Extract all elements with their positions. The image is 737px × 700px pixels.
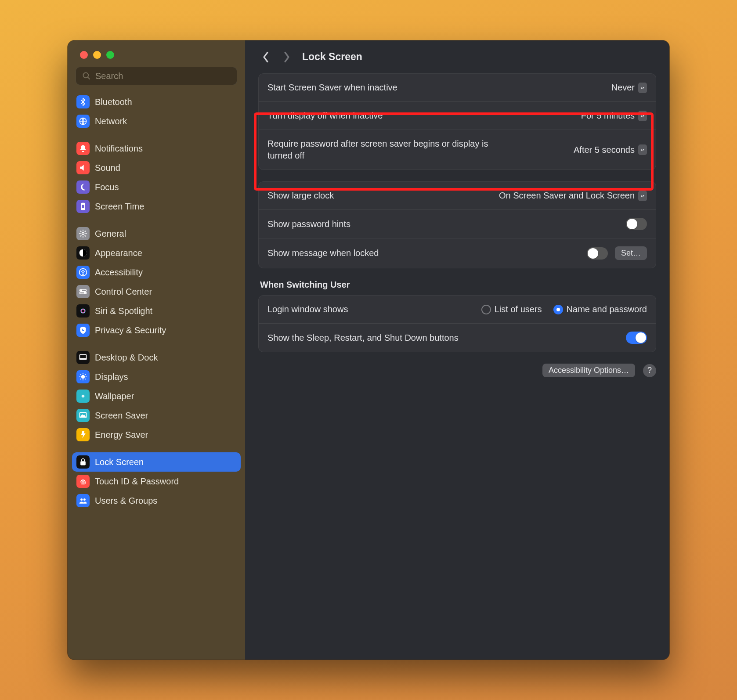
sidebar: Search BluetoothNetworkNotificationsSoun… bbox=[68, 40, 245, 660]
toggle-power-buttons[interactable] bbox=[626, 332, 647, 344]
updown-icon: ▴▾ bbox=[638, 191, 647, 201]
sidebar-item-displays[interactable]: Displays bbox=[72, 367, 241, 386]
page-title: Lock Screen bbox=[302, 51, 362, 63]
sidebar-item-bluetooth[interactable]: Bluetooth bbox=[72, 92, 241, 112]
radio-name-and-password[interactable]: Name and password bbox=[553, 304, 647, 314]
wallpaper-icon bbox=[76, 390, 90, 403]
accessibility-icon bbox=[76, 266, 90, 279]
sidebar-item-label: Focus bbox=[95, 182, 119, 192]
sidebar-item-screen-time[interactable]: Screen Time bbox=[72, 197, 241, 216]
select-large-clock[interactable]: On Screen Saver and Lock Screen ▴▾ bbox=[499, 191, 647, 201]
radiogroup-login-window: List of users Name and password bbox=[481, 304, 647, 314]
sidebar-nav: BluetoothNetworkNotificationsSoundFocusS… bbox=[68, 88, 245, 655]
sidebar-item-energy-saver[interactable]: Energy Saver bbox=[72, 425, 241, 444]
accessibility-options-button[interactable]: Accessibility Options… bbox=[542, 364, 635, 377]
select-inactivity-2[interactable]: After 5 seconds ▴▾ bbox=[574, 144, 647, 155]
svg-point-24 bbox=[83, 498, 86, 501]
label-lock-message: Show message when locked bbox=[267, 247, 379, 259]
sidebar-item-label: Lock Screen bbox=[95, 457, 144, 467]
label-power-buttons: Show the Sleep, Restart, and Shut Down b… bbox=[267, 332, 459, 344]
section-switching-user: When Switching User bbox=[258, 280, 656, 295]
sidebar-item-users-groups[interactable]: Users & Groups bbox=[72, 491, 241, 510]
row-inactivity-2: Require password after screen saver begi… bbox=[259, 130, 656, 170]
controlcenter-icon bbox=[76, 285, 90, 298]
svg-rect-4 bbox=[82, 205, 84, 208]
sidebar-item-focus[interactable]: Focus bbox=[72, 177, 241, 197]
label-password-hints: Show password hints bbox=[267, 218, 350, 230]
focus-icon bbox=[76, 180, 90, 194]
sidebar-item-label: Users & Groups bbox=[95, 496, 157, 506]
search-placeholder: Search bbox=[95, 71, 123, 81]
select-inactivity-0-value: Never bbox=[611, 83, 635, 93]
toggle-lock-message[interactable] bbox=[587, 247, 608, 260]
select-inactivity-1-value: For 5 minutes bbox=[581, 111, 635, 121]
label-inactivity-0: Start Screen Saver when inactive bbox=[267, 82, 397, 94]
row-inactivity-1: Turn display off when inactive For 5 min… bbox=[259, 101, 656, 130]
svg-rect-17 bbox=[80, 359, 87, 360]
updown-icon: ▴▾ bbox=[638, 83, 647, 93]
select-inactivity-0[interactable]: Never ▴▾ bbox=[611, 83, 647, 93]
sidebar-item-appearance[interactable]: Appearance bbox=[72, 243, 241, 263]
displays-icon bbox=[76, 370, 90, 383]
settings-window: Search BluetoothNetworkNotificationsSoun… bbox=[68, 40, 669, 660]
nav-back-button[interactable] bbox=[260, 51, 271, 63]
chevron-right-icon bbox=[283, 51, 290, 63]
svg-point-18 bbox=[81, 375, 85, 379]
label-inactivity-1: Turn display off when inactive bbox=[267, 110, 383, 122]
sidebar-item-accessibility[interactable]: Accessibility bbox=[72, 263, 241, 282]
select-inactivity-2-value: After 5 seconds bbox=[574, 145, 635, 155]
sidebar-item-label: Appearance bbox=[95, 248, 142, 258]
sidebar-item-siri-spotlight[interactable]: Siri & Spotlight bbox=[72, 301, 241, 321]
sidebar-item-lock-screen[interactable]: Lock Screen bbox=[72, 452, 241, 472]
select-inactivity-1[interactable]: For 5 minutes ▴▾ bbox=[581, 111, 647, 121]
svg-point-13 bbox=[79, 307, 87, 315]
sidebar-item-label: Control Center bbox=[95, 287, 152, 297]
sidebar-item-notifications[interactable]: Notifications bbox=[72, 139, 241, 158]
footer: Accessibility Options… ? bbox=[258, 364, 656, 377]
siri-icon bbox=[76, 304, 90, 318]
zoom-window-button[interactable] bbox=[106, 51, 114, 59]
updown-icon: ▴▾ bbox=[638, 144, 647, 155]
general-icon bbox=[76, 227, 90, 240]
sidebar-item-label: Notifications bbox=[95, 144, 143, 154]
help-button[interactable]: ? bbox=[643, 364, 656, 377]
inactivity-panel: Start Screen Saver when inactive Never ▴… bbox=[258, 73, 656, 170]
radio-icon bbox=[553, 305, 563, 314]
minimize-window-button[interactable] bbox=[93, 51, 101, 59]
sidebar-item-label: Desktop & Dock bbox=[95, 353, 158, 363]
sidebar-item-general[interactable]: General bbox=[72, 224, 241, 243]
label-inactivity-2: Require password after screen saver begi… bbox=[267, 138, 503, 162]
set-lock-message-button[interactable]: Set… bbox=[615, 246, 647, 260]
search-input[interactable]: Search bbox=[76, 67, 237, 85]
network-icon bbox=[76, 115, 90, 128]
toggle-password-hints[interactable] bbox=[626, 218, 647, 230]
touchid-icon bbox=[76, 475, 90, 488]
sidebar-item-network[interactable]: Network bbox=[72, 112, 241, 131]
sidebar-item-label: Network bbox=[95, 116, 127, 126]
close-window-button[interactable] bbox=[80, 51, 88, 59]
sidebar-item-desktop-dock[interactable]: Desktop & Dock bbox=[72, 348, 241, 367]
sidebar-item-sound[interactable]: Sound bbox=[72, 158, 241, 177]
row-large-clock: Show large clock On Screen Saver and Loc… bbox=[259, 182, 656, 209]
desktop-icon bbox=[76, 351, 90, 364]
svg-point-12 bbox=[84, 292, 86, 294]
sidebar-item-label: Sound bbox=[95, 163, 120, 173]
display-options-panel: Show large clock On Screen Saver and Loc… bbox=[258, 181, 656, 268]
screensaver-icon bbox=[76, 409, 90, 422]
radio-list-of-users[interactable]: List of users bbox=[481, 304, 542, 314]
sidebar-item-label: Energy Saver bbox=[95, 430, 148, 440]
window-controls bbox=[68, 40, 245, 59]
sidebar-item-privacy-security[interactable]: Privacy & Security bbox=[72, 321, 241, 340]
sidebar-item-control-center[interactable]: Control Center bbox=[72, 282, 241, 301]
sidebar-item-wallpaper[interactable]: Wallpaper bbox=[72, 386, 241, 406]
users-icon bbox=[76, 494, 90, 507]
svg-point-23 bbox=[80, 498, 83, 501]
sidebar-item-screen-saver[interactable]: Screen Saver bbox=[72, 406, 241, 425]
radio-list-label: List of users bbox=[495, 304, 542, 314]
appearance-icon bbox=[76, 246, 90, 260]
row-power-buttons: Show the Sleep, Restart, and Shut Down b… bbox=[259, 323, 656, 352]
svg-rect-22 bbox=[80, 461, 86, 465]
nav-forward-button[interactable] bbox=[281, 51, 293, 63]
radio-name-label: Name and password bbox=[567, 304, 647, 314]
sidebar-item-touch-id-password[interactable]: Touch ID & Password bbox=[72, 472, 241, 491]
